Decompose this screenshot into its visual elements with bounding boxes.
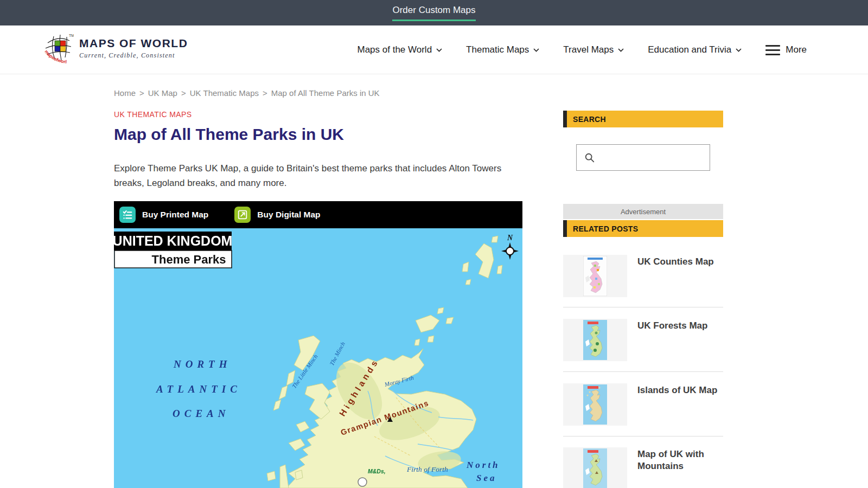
buy-digital-map-button[interactable]: Buy Digital Map: [234, 207, 320, 223]
logo-title: MAPS OF WORLD: [79, 37, 188, 50]
buy-digital-label: Buy Digital Map: [257, 210, 320, 220]
related-post-map-of-uk-with-mountains[interactable]: Map of UK with Mountains: [563, 447, 723, 488]
svg-text:TM: TM: [69, 34, 74, 37]
related-post-uk-counties-map[interactable]: UK Counties Map: [563, 255, 723, 297]
thumbnail: [563, 255, 627, 297]
logo-text: MAPS OF WORLD Current, Credible, Consist…: [79, 37, 188, 60]
printed-map-icon: [119, 207, 136, 223]
related-post-uk-forests-map[interactable]: UK Forests Map: [563, 319, 723, 361]
svg-text:Sea: Sea: [476, 473, 497, 483]
chevron-down-icon: [533, 48, 539, 52]
park-label: M&Ds,: [368, 468, 386, 474]
svg-text:NORTH: NORTH: [173, 358, 232, 370]
svg-text:UNITED KINGDOM: UNITED KINGDOM: [114, 233, 232, 248]
park-marker-icon: [358, 478, 367, 486]
search-heading-label: SEARCH: [573, 115, 606, 124]
site-header: TM mapsofworld.com MAPS OF WORLD Current…: [0, 25, 868, 74]
chevron-down-icon: [436, 48, 442, 52]
nav-maps-of-the-world[interactable]: Maps of the World: [357, 44, 442, 55]
page: Order Custom Maps TM m: [0, 0, 868, 488]
hamburger-icon: [765, 45, 780, 55]
uk-counties-mini-map: [583, 256, 607, 296]
related-posts-heading-label: RELATED POSTS: [573, 224, 638, 233]
chevron-down-icon: [618, 48, 624, 52]
intro-paragraph: Explore Theme Parks UK Map, a guide to B…: [114, 161, 525, 190]
search-icon: [584, 152, 595, 163]
top-bar: Order Custom Maps: [0, 0, 868, 25]
divider: [563, 436, 723, 436]
uk-theme-parks-map-image: UNITED KINGDOM Theme Parks N NORTH ATLAN…: [114, 228, 522, 488]
main-nav: Maps of the World Thematic Maps Travel M…: [357, 25, 807, 74]
logo-tagline: Current, Credible, Consistent: [79, 52, 188, 60]
related-post-title[interactable]: Map of UK with Mountains: [637, 447, 723, 488]
page-title: Map of All Theme Parks in UK: [114, 125, 344, 144]
advertisement-label: Advertisement: [563, 204, 723, 219]
uk-mountains-mini-map: [583, 448, 607, 488]
search-box: [576, 144, 710, 171]
buy-printed-map-button[interactable]: Buy Printed Map: [119, 207, 208, 223]
nav-education-and-trivia[interactable]: Education and Trivia: [648, 44, 742, 55]
divider: [563, 371, 723, 372]
nav-label: Thematic Maps: [466, 44, 529, 55]
category-link[interactable]: UK THEMATIC MAPS: [114, 110, 192, 119]
map-title-block: UNITED KINGDOM Theme Parks: [114, 232, 232, 268]
order-custom-maps-link[interactable]: Order Custom Maps: [392, 5, 475, 21]
thumbnail: [563, 383, 627, 426]
uk-forests-mini-map: [583, 320, 607, 360]
related-posts-heading: RELATED POSTS: [563, 220, 723, 237]
nav-label: Maps of the World: [357, 44, 432, 55]
svg-text:N: N: [507, 234, 513, 242]
more-menu-button[interactable]: More: [765, 44, 807, 55]
advertisement-text: Advertisement: [621, 208, 666, 216]
nav-thematic-maps[interactable]: Thematic Maps: [466, 44, 539, 55]
breadcrumb-separator: >: [139, 88, 144, 98]
more-label: More: [786, 44, 807, 55]
breadcrumb-home[interactable]: Home: [114, 88, 136, 98]
search-heading: SEARCH: [563, 111, 723, 127]
breadcrumb-uk-thematic-maps[interactable]: UK Thematic Maps: [190, 88, 259, 98]
svg-text:OCEAN: OCEAN: [173, 408, 229, 419]
related-post-islands-of-uk-map[interactable]: Islands of UK Map: [563, 383, 723, 426]
nav-travel-maps[interactable]: Travel Maps: [563, 44, 624, 55]
breadcrumb-separator: >: [263, 88, 267, 98]
svg-text:Firth of Forth: Firth of Forth: [406, 465, 448, 473]
related-post-title[interactable]: UK Forests Map: [637, 319, 707, 361]
chevron-down-icon: [736, 48, 742, 52]
globe-logo-icon: TM mapsofworld.com: [42, 32, 74, 65]
site-logo[interactable]: TM mapsofworld.com MAPS OF WORLD Current…: [42, 32, 188, 65]
digital-map-icon: [234, 207, 251, 223]
breadcrumb-separator: >: [181, 88, 186, 98]
buy-bar: Buy Printed Map Buy Digital Map: [114, 201, 522, 228]
map-block: Buy Printed Map Buy Digital Map: [114, 201, 522, 488]
svg-text:ATLANTIC: ATLANTIC: [156, 383, 241, 395]
nav-label: Education and Trivia: [648, 44, 731, 55]
uk-islands-mini-map: [583, 384, 607, 425]
breadcrumb: Home>UK Map>UK Thematic Maps>Map of All …: [114, 88, 380, 98]
divider: [563, 307, 723, 307]
buy-printed-label: Buy Printed Map: [142, 210, 208, 220]
nav-label: Travel Maps: [563, 44, 614, 55]
svg-text:North: North: [466, 460, 500, 470]
breadcrumb-current: Map of All Theme Parks in UK: [271, 88, 380, 98]
related-post-title[interactable]: Islands of UK Map: [637, 383, 717, 426]
thumbnail: [563, 319, 627, 361]
related-post-title[interactable]: UK Counties Map: [637, 255, 714, 297]
svg-text:Theme Parks: Theme Parks: [152, 253, 226, 266]
thumbnail: [563, 447, 627, 488]
search-input[interactable]: [599, 145, 710, 170]
breadcrumb-uk-map[interactable]: UK Map: [148, 88, 177, 98]
